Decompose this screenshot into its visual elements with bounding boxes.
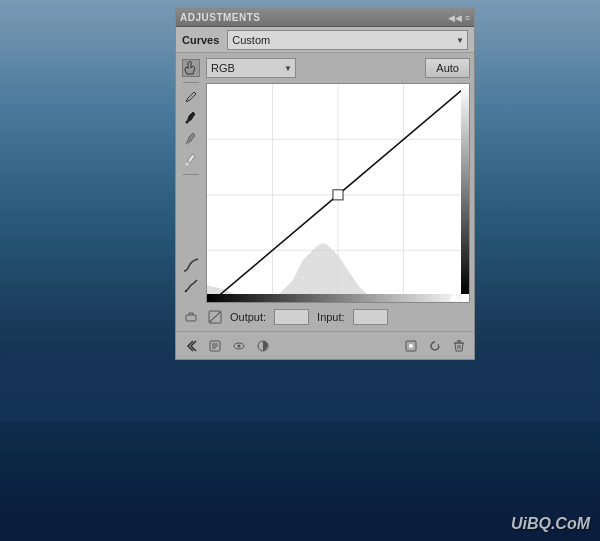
preset-select[interactable]: Custom Default Strong Contrast Linear Co… xyxy=(227,30,468,50)
left-toolbar xyxy=(180,57,202,327)
panel-titlebar: ADJUSTMENTS ◀◀ ≡ xyxy=(176,9,474,27)
delete-icon[interactable] xyxy=(450,337,468,355)
pencil-tool[interactable] xyxy=(182,88,200,106)
svg-point-25 xyxy=(409,344,413,348)
output-input-row: Output: Input: xyxy=(206,307,470,327)
svg-point-0 xyxy=(186,121,189,124)
menu-icon[interactable]: ≡ xyxy=(465,13,470,23)
svg-point-1 xyxy=(186,142,189,145)
svg-point-3 xyxy=(185,290,187,292)
channel-select[interactable]: RGB Red Green Blue xyxy=(206,58,296,78)
panel-footer xyxy=(176,331,474,359)
tool-separator-2 xyxy=(183,174,199,175)
panel-header: Curves Custom Default Strong Contrast Li… xyxy=(176,27,474,53)
adjustments-panel: ADJUSTMENTS ◀◀ ≡ Curves Custom Default S… xyxy=(175,8,475,360)
svg-point-2 xyxy=(186,163,189,166)
curves-graph[interactable] xyxy=(206,83,470,303)
svg-rect-4 xyxy=(186,315,196,321)
input-field[interactable] xyxy=(353,309,388,325)
footer-left xyxy=(182,337,272,355)
input-gradient-bar xyxy=(207,294,469,302)
curves-label: Curves xyxy=(182,34,219,46)
ocean-overlay xyxy=(0,341,600,541)
output-label: Output: xyxy=(230,311,266,323)
back-icon[interactable] xyxy=(182,337,200,355)
pencil-mode-tool[interactable] xyxy=(182,277,200,295)
svg-rect-13 xyxy=(333,190,343,200)
preset-select-wrapper: Custom Default Strong Contrast Linear Co… xyxy=(227,30,468,50)
panel-controls: ◀◀ ≡ xyxy=(448,13,470,23)
input-label: Input: xyxy=(317,311,345,323)
visibility-icon[interactable] xyxy=(254,337,272,355)
finger-tool[interactable] xyxy=(182,59,200,77)
curve-mode-tool[interactable] xyxy=(182,256,200,274)
white-point-tool[interactable] xyxy=(182,151,200,169)
clip-tool[interactable] xyxy=(182,309,200,327)
output-gradient-bar xyxy=(461,84,469,294)
curves-main: RGB Red Green Blue ▼ Auto xyxy=(206,57,470,327)
curves-toolbar: RGB Red Green Blue ▼ Auto xyxy=(206,57,470,79)
output-field[interactable] xyxy=(274,309,309,325)
gray-point-tool[interactable] xyxy=(182,130,200,148)
black-point-tool[interactable] xyxy=(182,109,200,127)
channel-select-wrapper: RGB Red Green Blue ▼ xyxy=(206,58,296,78)
footer-right xyxy=(402,337,468,355)
history-icon[interactable] xyxy=(206,337,224,355)
panel-body: RGB Red Green Blue ▼ Auto xyxy=(176,53,474,331)
collapse-icon[interactable]: ◀◀ xyxy=(448,13,462,23)
reset-icon[interactable] xyxy=(426,337,444,355)
watermark: UiBQ.CoM xyxy=(511,515,590,533)
tool-separator-1 xyxy=(183,82,199,83)
mask-icon[interactable] xyxy=(402,337,420,355)
eye-icon[interactable] xyxy=(230,337,248,355)
panel-title: ADJUSTMENTS xyxy=(180,12,261,23)
curves-mode-icon xyxy=(208,310,222,324)
curves-svg xyxy=(207,84,469,303)
svg-point-22 xyxy=(238,344,241,347)
auto-button[interactable]: Auto xyxy=(425,58,470,78)
white-triangle-icon[interactable] xyxy=(449,293,459,301)
